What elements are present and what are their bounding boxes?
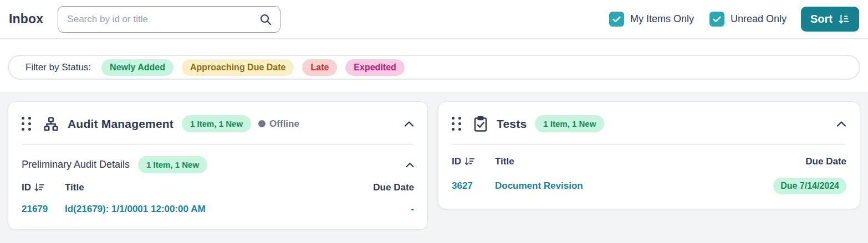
tests-items-section: ID Title Due Date 3627 Document Revision… [438,145,860,209]
search-input[interactable] [67,14,259,25]
status-pill-approaching-due-date[interactable]: Approaching Due Date [182,59,294,76]
status-pill-expedited[interactable]: Expedited [345,59,404,76]
collapse-section-button[interactable] [406,162,414,168]
section-title: Preliminary Audit Details [22,159,130,170]
filter-by-status-bar: Filter by Status: Newly Added Approachin… [8,55,860,80]
drag-handle-icon[interactable] [452,117,462,131]
card-header: Tests 1 Item, 1 New [438,102,860,144]
item-count-badge: 1 Item, 1 New [138,156,207,173]
column-header-due-date[interactable]: Due Date [373,182,414,204]
row-due-date: Due 7/14/2024 [773,178,846,194]
search-icon[interactable] [259,13,272,26]
inbox-cards-area: Audit Management 1 Item, 1 New Offline P… [0,92,868,243]
sort-descending-icon [838,13,850,25]
card-header: Audit Management 1 Item, 1 New Offline [8,102,427,144]
column-header-title[interactable]: Title [495,156,773,178]
due-date-pill: Due 7/14/2024 [773,178,846,194]
column-header-title[interactable]: Title [65,182,373,204]
card-title: Audit Management [68,117,173,131]
column-header-due-date[interactable]: Due Date [773,156,846,178]
card-audit-management: Audit Management 1 Item, 1 New Offline P… [8,101,428,230]
my-items-only-group: My Items Only [609,12,694,27]
top-bar: Inbox My Items Only Unread Only Sort [0,0,868,39]
status-pill-late[interactable]: Late [302,59,337,76]
chevron-up-icon [404,121,414,127]
unread-only-label[interactable]: Unread Only [731,13,787,25]
card-title: Tests [497,117,527,131]
my-items-only-checkbox[interactable] [609,12,624,27]
drag-handle-icon[interactable] [22,117,32,131]
row-title-link[interactable]: Document Revision [495,180,773,192]
sort-button-label: Sort [810,13,833,25]
row-id[interactable]: 3627 [452,180,495,192]
collapse-card-button[interactable] [404,121,414,127]
filter-section: Filter by Status: Newly Added Approachin… [0,39,868,92]
sort-button[interactable]: Sort [801,7,859,32]
chevron-up-icon [406,162,414,168]
section-header: Preliminary Audit Details 1 Item, 1 New [22,156,414,173]
card-tests: Tests 1 Item, 1 New ID Title Due Dat [438,101,860,209]
clipboard-check-icon [473,116,488,132]
preliminary-audit-details-section: Preliminary Audit Details 1 Item, 1 New … [8,145,427,229]
offline-status: Offline [258,118,299,130]
check-icon [712,14,722,24]
search-box[interactable] [58,6,280,33]
sort-order-icon [463,157,475,167]
offline-status-label: Offline [269,118,299,130]
item-count-badge: 1 Item, 1 New [535,115,604,132]
status-pill-newly-added[interactable]: Newly Added [101,59,173,76]
items-table: ID Title Due Date 3627 Document Revision… [452,156,846,194]
unread-only-group: Unread Only [709,12,787,27]
sort-order-icon [33,183,45,193]
column-header-id[interactable]: ID [452,156,495,178]
collapse-card-button[interactable] [836,121,846,127]
row-title-link[interactable]: Id(21679): 1/1/0001 12:00:00 AM [65,204,373,215]
chevron-up-icon [836,121,846,127]
row-id[interactable]: 21679 [22,204,65,215]
item-count-badge: 1 Item, 1 New [182,115,251,132]
check-icon [612,14,621,24]
offline-dot-icon [258,120,265,127]
row-due-date: - [373,204,414,215]
filter-label: Filter by Status: [25,62,91,73]
column-header-id[interactable]: ID [22,182,65,204]
sitemap-icon [43,116,59,132]
my-items-only-label[interactable]: My Items Only [630,13,694,25]
items-table: ID Title Due Date 21679 Id(21679): 1/1/0… [22,182,414,215]
unread-only-checkbox[interactable] [709,12,724,27]
page-title: Inbox [9,12,43,27]
